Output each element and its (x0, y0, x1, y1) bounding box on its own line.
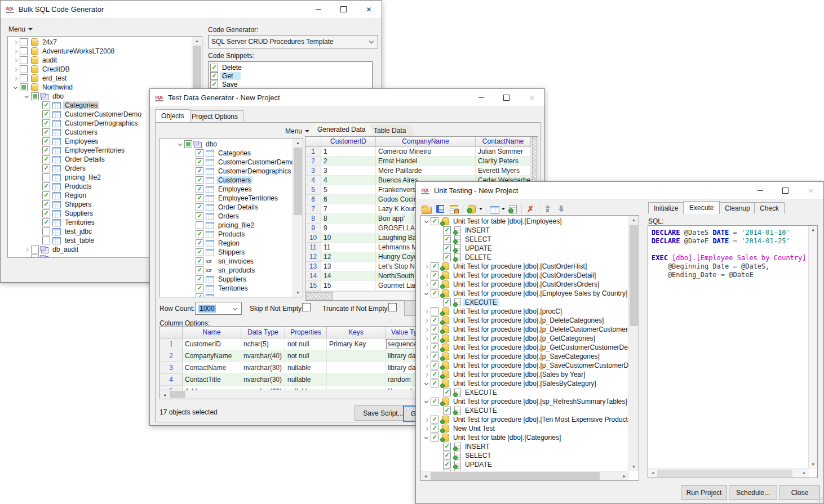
snippet-item[interactable]: ✓Save (209, 80, 372, 88)
down-icon[interactable] (556, 204, 566, 214)
checkbox[interactable] (431, 307, 438, 315)
open-icon[interactable] (422, 207, 432, 214)
checkbox[interactable]: ✓ (196, 239, 203, 247)
close-button[interactable]: ✕ (356, 1, 382, 18)
up-icon[interactable] (543, 204, 553, 214)
checkbox[interactable]: ✓ (431, 289, 438, 297)
grid-column-header[interactable]: ContactName (476, 137, 531, 146)
tree-item[interactable]: ✓Orders (160, 212, 293, 221)
scroll-right-arrow[interactable]: ► (620, 471, 629, 480)
scroll-down-arrow[interactable]: ▼ (629, 462, 639, 471)
minimize-button[interactable] (468, 89, 494, 106)
skip-if-not-empty-checkbox[interactable] (302, 303, 311, 311)
table-row[interactable]: 11Comércio MineiroJulian Sommer (305, 147, 538, 157)
tree-item[interactable]: ✓Unit Test for procedure [dbo].[p_Delete… (421, 325, 629, 334)
scroll-down-arrow[interactable]: ▼ (809, 461, 817, 469)
checkbox[interactable]: ✓ (42, 146, 50, 154)
checkbox[interactable]: ✓ (42, 164, 50, 172)
scroll-up-arrow[interactable]: ▲ (809, 226, 817, 234)
tree-item[interactable]: ✓EXECUTE (421, 388, 629, 397)
checkbox[interactable] (20, 47, 28, 55)
checkbox[interactable] (20, 56, 28, 64)
checkbox[interactable]: ✓ (196, 275, 203, 283)
menu-button[interactable]: Menu (8, 25, 33, 33)
checkbox[interactable]: ✓ (443, 461, 451, 469)
expand-icon[interactable] (11, 56, 20, 65)
schedule--button[interactable]: Schedule... (729, 485, 777, 500)
checkbox[interactable]: ✓ (196, 194, 203, 202)
grid-corner-cell[interactable] (305, 137, 321, 146)
props-icon[interactable] (450, 205, 458, 213)
tree-item[interactable]: ✓Order Details (160, 203, 293, 212)
resize-grip[interactable] (817, 497, 822, 502)
tree-item[interactable]: ✓Unit Test for table [dbo].[Categories] (421, 433, 629, 442)
scroll-up-arrow[interactable]: ▲ (293, 139, 303, 147)
tree-item[interactable]: dbo (160, 140, 293, 149)
sql-editor[interactable]: DECLARE @DateS DATE = '2014-01-10'DECLAR… (648, 225, 818, 478)
expand-icon[interactable] (422, 353, 431, 361)
scripttest-icon[interactable] (510, 205, 517, 213)
save-icon[interactable] (436, 205, 444, 213)
checkbox[interactable]: ✓ (196, 248, 203, 256)
tree-item[interactable]: ✓Unit Test for procedure [dbo].[p_Delete… (421, 316, 629, 325)
close-button[interactable]: Close (779, 485, 820, 500)
checkbox[interactable]: ✓ (431, 380, 438, 387)
tree-item[interactable]: ✓Unit Test for procedure [dbo].[p_SaveCa… (421, 352, 629, 361)
collapse-icon[interactable] (11, 83, 20, 92)
tree-item[interactable]: ✓Unit Test for procedure [dbo].[CustOrde… (421, 262, 629, 271)
tab-initialize[interactable]: Initialize (648, 202, 684, 213)
tree-horizontal-scrollbar[interactable]: ◄ ► (421, 471, 629, 480)
tab-project-options[interactable]: Project Options (186, 110, 243, 122)
collapse-icon[interactable] (422, 380, 431, 388)
expand-icon[interactable] (422, 262, 431, 271)
checkbox[interactable]: ✓ (443, 389, 451, 396)
tree-item[interactable]: ✓Unit Test for procedure [dbo].[p_GetCus… (421, 343, 629, 352)
maximize-button[interactable] (494, 89, 519, 106)
checkbox[interactable]: ✓ (196, 149, 203, 157)
scrollbar-thumb[interactable] (170, 391, 185, 398)
dropdown-arrow-icon[interactable] (479, 208, 482, 210)
tab-generated-data[interactable]: Generated Data (308, 124, 374, 135)
tree-item[interactable]: ✓Customers (160, 176, 293, 185)
minimize-button[interactable] (305, 1, 331, 18)
tree-vertical-scrollbar[interactable]: ▲ ▼ (293, 139, 303, 297)
checkbox[interactable]: ✓ (42, 119, 50, 127)
checkbox[interactable]: ✓ (196, 284, 203, 292)
checkbox[interactable]: ✓ (431, 217, 438, 225)
checkbox[interactable]: ✓ (443, 443, 451, 451)
tree-item[interactable]: ✓UPDATE (421, 460, 629, 469)
truncate-if-not-empty-checkbox[interactable] (388, 303, 397, 311)
editor-vertical-scrollbar[interactable]: ▲ ▼ (808, 226, 817, 469)
checkbox[interactable]: ✓ (210, 81, 218, 88)
expand-icon[interactable] (422, 416, 431, 424)
tree-item[interactable]: ✓SELECT (421, 451, 629, 460)
expand-icon[interactable] (11, 38, 20, 47)
checkbox[interactable]: ✓ (443, 253, 451, 261)
tree-item[interactable]: CreditDB (8, 65, 192, 74)
tree-item[interactable]: ✓XZsn_products (160, 266, 293, 275)
tab-execute[interactable]: Execute (683, 201, 720, 214)
tree-item[interactable]: ✓Unit Test for procedure [dbo].[sp_Refre… (421, 397, 629, 406)
checkbox[interactable] (20, 83, 28, 91)
checkbox[interactable] (31, 255, 39, 257)
dropdown-arrow-icon[interactable] (502, 208, 505, 210)
scroll-down-arrow[interactable]: ▼ (293, 288, 303, 297)
expand-icon[interactable] (422, 344, 431, 352)
grid-column-header[interactable]: Data Type (241, 327, 285, 338)
collapse-icon[interactable] (422, 434, 431, 442)
checkbox[interactable]: ✓ (431, 362, 438, 369)
close-button[interactable]: ✕ (519, 89, 544, 106)
window-titlebar[interactable]: SQL Test Data Generator - New Project ✕ (150, 89, 544, 107)
checkbox[interactable] (31, 246, 39, 253)
scrollbar-thumb[interactable] (657, 470, 792, 477)
checkbox[interactable]: ✓ (431, 262, 438, 270)
expand-icon[interactable] (422, 280, 431, 289)
newtest-icon[interactable] (468, 205, 476, 213)
checkbox[interactable]: ✓ (196, 212, 203, 220)
tree-item[interactable]: ✓Unit Test for procedure [dbo].[p_GetCat… (421, 334, 629, 343)
row-count-combo[interactable]: 1000 (195, 302, 242, 315)
checkbox[interactable]: ✓ (210, 64, 218, 72)
expand-icon[interactable] (422, 425, 431, 433)
tree-item[interactable]: ✓CustomerCustomerDemo (160, 158, 293, 167)
maximize-button[interactable] (331, 1, 356, 18)
